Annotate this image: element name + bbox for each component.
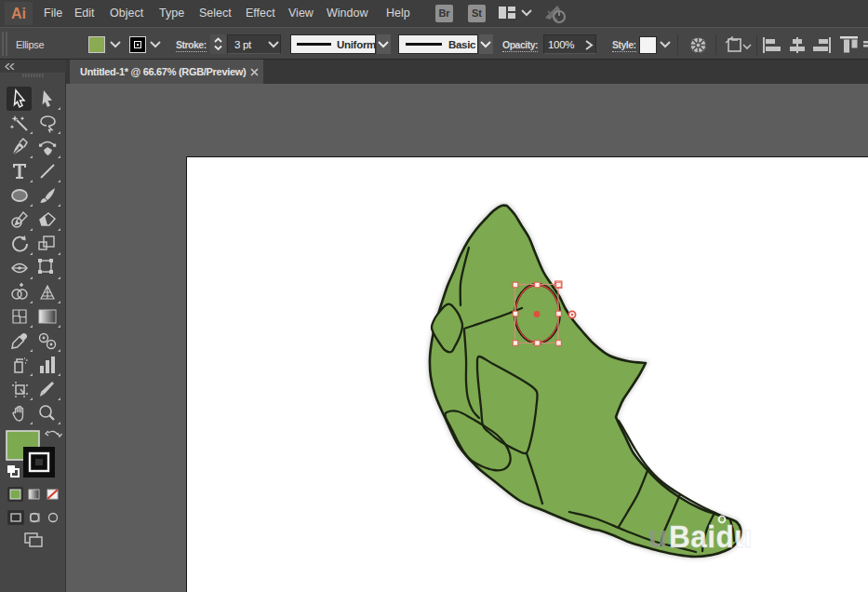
svg-text:u: u bbox=[648, 519, 667, 554]
svg-text:Baidu: Baidu bbox=[669, 518, 753, 554]
